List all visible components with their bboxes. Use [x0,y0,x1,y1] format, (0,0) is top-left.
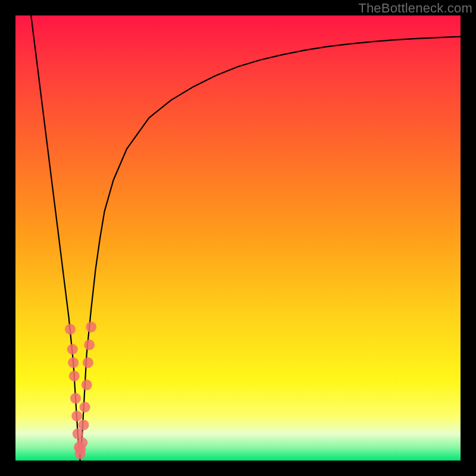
scatter-point [68,357,79,368]
scatter-point [86,322,96,333]
scatter-point [67,344,78,355]
scatter-point [80,402,90,412]
bottleneck-curve [31,15,461,461]
chart-svg [15,15,461,461]
scatter-point [70,393,81,403]
watermark-text: TheBottleneck.com [358,1,472,16]
scatter-point [83,357,93,368]
scatter-point [71,411,82,421]
scatter-point [84,340,95,350]
scatter-point [65,324,76,334]
scatter-point [77,437,87,448]
chart-frame: TheBottleneck.com [0,0,476,476]
scatter-point [78,419,89,430]
scatter-point [82,380,92,390]
scatter-point [69,371,80,381]
scatter-points [65,322,96,459]
plot-area [15,15,461,461]
